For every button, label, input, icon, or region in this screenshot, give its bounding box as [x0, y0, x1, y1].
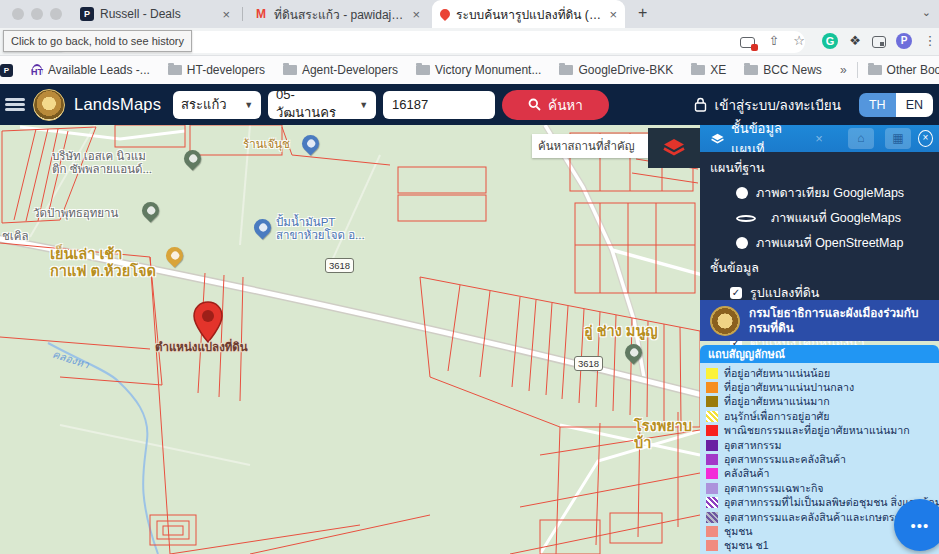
window-minimize-button[interactable]: [31, 8, 43, 20]
more-actions-fab[interactable]: •••: [894, 499, 939, 551]
basemap-radio-option[interactable]: ภาพแผนที่ OpenStreetMap: [736, 233, 929, 253]
tab-title: ระบบค้นหารูปแปลงที่ดิน (LandsM..: [456, 5, 603, 24]
tab-title: Russell - Deals: [100, 7, 216, 21]
tab-close-icon[interactable]: ×: [222, 7, 230, 22]
bookmark-item[interactable]: HT-developers: [168, 63, 265, 77]
province-select[interactable]: สระแก้ว▼: [173, 91, 261, 119]
profile-avatar[interactable]: P: [896, 33, 912, 49]
legend-swatch: [706, 526, 718, 537]
panel-header[interactable]: ชั้นข้อมูลแผนที่ × ⌂ ▦ ×: [700, 125, 939, 152]
bookmark-item[interactable]: XE: [691, 63, 726, 77]
legend-swatch: [706, 411, 718, 422]
folder-icon: [868, 65, 882, 75]
road-shield: 3618: [325, 258, 354, 273]
extension-icon[interactable]: ❖: [847, 33, 863, 49]
legend-swatch: [706, 368, 718, 379]
checkbox-checked-icon[interactable]: ✓: [730, 287, 742, 299]
folder-icon: [559, 65, 573, 75]
parcel-number-input[interactable]: [383, 91, 495, 119]
tab-landsmaps-active[interactable]: ระบบค้นหารูปแปลงที่ดิน (LandsM.. ×: [432, 0, 625, 28]
poi-label: อู่ ช่าง มนูญ: [584, 323, 658, 340]
lang-en-button[interactable]: EN: [896, 93, 933, 117]
login-link[interactable]: เข้าสู่ระบบ/ลงทะเบียน: [715, 94, 841, 116]
bookmark-item[interactable]: P: [0, 64, 13, 77]
bookmark-label: Agent-Developers: [302, 63, 398, 77]
legend-swatch: [706, 540, 718, 551]
bookmarks-divider: [857, 62, 858, 78]
language-toggle: TH EN: [859, 93, 933, 117]
search-button[interactable]: ค้นหา: [502, 90, 609, 120]
legend-label: ชุมชน ช1: [724, 537, 769, 554]
menu-hamburger-icon[interactable]: [5, 96, 25, 114]
bookmark-item[interactable]: Agent-Developers: [283, 63, 398, 77]
bookmark-label: BCC News: [763, 63, 822, 77]
bookmark-label: XE: [710, 63, 726, 77]
bookmarks-bar: PHTAvailable Leads -...HT-developersAgen…: [0, 56, 939, 84]
basemap-option-label: ภาพแผนที่ GoogleMaps: [771, 208, 901, 228]
share-icon[interactable]: ⇧: [766, 33, 782, 49]
poi-label: ร้านเจ๊นุช: [243, 138, 290, 151]
banner-text: กรมโยธาธิการและผังเมืองร่วมกับกรมที่ดิน: [749, 306, 929, 334]
folder-icon: [416, 65, 430, 75]
map-layers-button[interactable]: [648, 128, 700, 168]
basemap-option-label: ภาพแผนที่ OpenStreetMap: [756, 233, 903, 253]
base-options: ภาพดาวเทียม GoogleMapsภาพแผนที่ GoogleMa…: [710, 183, 929, 253]
bookmark-item[interactable]: BCC News: [744, 63, 822, 77]
grammarly-icon[interactable]: G: [822, 33, 838, 49]
poi-label: โรงพยาบ บ้า: [634, 418, 692, 451]
legend-swatch: [706, 512, 718, 523]
bookmark-label: GoogleDrive-BKK: [578, 63, 673, 77]
folder-icon: [691, 65, 705, 75]
poi-label: วัดป่าพุทธอุทยาน: [33, 207, 118, 220]
dpt-emblem-icon: [710, 306, 740, 336]
chevron-down-icon: ▼: [244, 100, 253, 110]
tab-close-icon[interactable]: ×: [609, 7, 617, 22]
window-close-button[interactable]: [12, 8, 24, 20]
bookmark-item[interactable]: Victory Monument...: [416, 63, 542, 77]
menu-kebab-icon[interactable]: ⋮: [922, 33, 938, 49]
lang-th-button[interactable]: TH: [859, 93, 896, 117]
new-tab-button[interactable]: +: [638, 4, 647, 22]
legend-label: อุตสาหกรรมและคลังสินค้าและเกษตรกรรม: [724, 509, 919, 526]
bookmark-label: HT-developers: [187, 63, 265, 77]
panel-close-x-icon[interactable]: ×: [815, 131, 823, 146]
tab-gmail[interactable]: M ที่ดินสระแก้ว - pawidajenny@gm.. ×: [246, 0, 428, 28]
ht-logo-icon: HT: [31, 64, 43, 77]
tab-russell-deals[interactable]: P Russell - Deals ×: [72, 0, 238, 28]
tab-title: ที่ดินสระแก้ว - pawidajenny@gm..: [274, 5, 406, 24]
bookmark-item[interactable]: HTAvailable Leads -...: [31, 63, 150, 77]
tab-search-chevron-icon[interactable]: ⌄: [922, 6, 931, 19]
poi-label: ปั้มน้ำมันPT สาขาห้วยโจด อ...: [276, 216, 365, 242]
radio-selected-icon[interactable]: [736, 215, 756, 222]
road-shield: 3618: [574, 356, 603, 371]
place-search-input[interactable]: [532, 134, 648, 158]
home-icon[interactable]: ⌂: [848, 128, 874, 149]
chevron-down-icon: ▼: [359, 100, 368, 110]
bookmark-star-icon[interactable]: ☆: [791, 33, 807, 49]
layers-panel: ชั้นข้อมูลแผนที่ × ⌂ ▦ × แผนที่ฐาน ภาพดา…: [700, 125, 939, 554]
browser-tabstrip: P Russell - Deals × M ที่ดินสระแก้ว - pa…: [0, 0, 939, 28]
bookmark-item[interactable]: GoogleDrive-BKK: [559, 63, 673, 77]
dpt-banner: กรมโยธาธิการและผังเมืองร่วมกับกรมที่ดิน: [700, 300, 939, 341]
side-panel-icon[interactable]: [872, 36, 886, 48]
close-circle-icon[interactable]: ×: [918, 130, 933, 147]
legend-swatch: [706, 454, 718, 465]
blocked-content-icon[interactable]: [740, 37, 755, 48]
basemap-radio-option[interactable]: ภาพดาวเทียม GoogleMaps: [736, 183, 929, 203]
district-select[interactable]: 05-วัฒนานคร▼: [268, 91, 376, 119]
window-zoom-button[interactable]: [50, 8, 62, 20]
lock-icon: [694, 97, 707, 112]
bookmark-label: Victory Monument...: [435, 63, 542, 77]
bookmarks-overflow-icon[interactable]: »: [840, 63, 847, 77]
tab-close-icon[interactable]: ×: [412, 7, 420, 22]
radio-icon[interactable]: [736, 237, 748, 249]
layers-icon: [663, 138, 685, 158]
radio-icon[interactable]: [736, 187, 748, 199]
poi-label: เย็นเล่า เช้า กาแฟ ต.ห้วยโจด: [50, 246, 156, 279]
grid-icon[interactable]: ▦: [885, 128, 911, 149]
basemap-option-label: ภาพดาวเทียม GoogleMaps: [756, 183, 904, 203]
other-bookmarks-folder[interactable]: Other Bookmarks: [868, 63, 939, 77]
legend-swatch: [706, 468, 718, 479]
basemap-radio-option[interactable]: ภาพแผนที่ GoogleMaps: [736, 208, 929, 228]
legend-header: แถบสัญญลักษณ์: [700, 345, 939, 363]
